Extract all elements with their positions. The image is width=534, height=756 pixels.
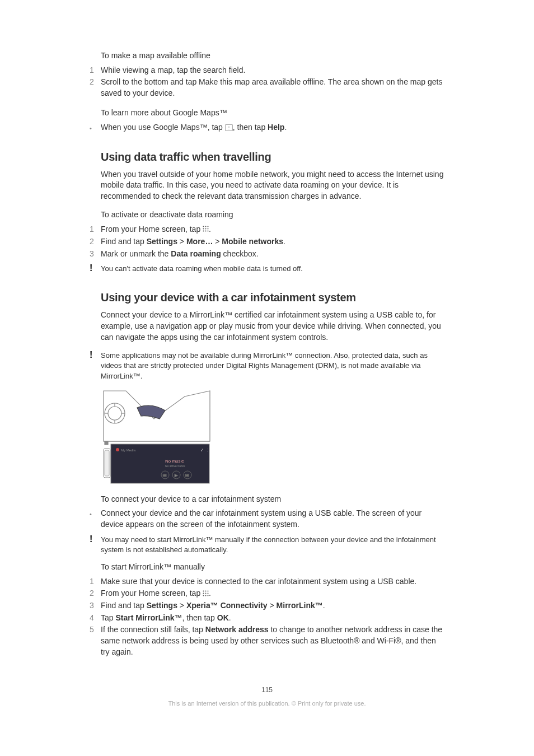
menu-icon: ⋮ bbox=[225, 124, 233, 131]
svg-point-6 bbox=[203, 231, 204, 232]
list-item: 1 Make sure that your device is connecte… bbox=[90, 576, 444, 587]
section-title: To learn more about Google Maps™ bbox=[101, 108, 444, 119]
step-number: 1 bbox=[90, 576, 101, 587]
apps-grid-icon bbox=[203, 224, 209, 235]
step-text: From your Home screen, tap . bbox=[101, 224, 444, 235]
bullet: • bbox=[90, 508, 101, 530]
list-item: 2 Find and tap Settings > More… > Mobile… bbox=[90, 236, 444, 248]
svg-point-7 bbox=[205, 231, 207, 232]
svg-point-4 bbox=[205, 228, 207, 230]
svg-point-1 bbox=[205, 226, 207, 227]
step-number: 1 bbox=[90, 65, 101, 76]
step-text: Tap Start MirrorLink™, then tap OK. bbox=[101, 613, 444, 624]
list-item: 2 From your Home screen, tap . bbox=[90, 588, 444, 599]
step-text: When you use Google Maps™, tap ⋮, then t… bbox=[101, 122, 444, 133]
warning-icon: ! bbox=[90, 264, 101, 274]
svg-point-32 bbox=[203, 590, 204, 591]
svg-text:⏮: ⏮ bbox=[163, 473, 167, 477]
note-text: You can't activate data roaming when mob… bbox=[101, 264, 444, 274]
list-item: 5 If the connection still fails, tap Net… bbox=[90, 624, 444, 657]
svg-point-0 bbox=[203, 226, 204, 227]
svg-point-38 bbox=[203, 595, 204, 596]
list-item: 4 Tap Start MirrorLink™, then tap OK. bbox=[90, 613, 444, 624]
car-infotainment-illustration: My Media ⤢ ⋮ No music No active tracks ⏮… bbox=[101, 388, 213, 486]
warning-icon: ! bbox=[90, 351, 101, 381]
svg-text:⋮: ⋮ bbox=[206, 448, 210, 452]
step-text: Make sure that your device is connected … bbox=[101, 576, 444, 587]
step-number: 2 bbox=[90, 77, 101, 99]
warning-icon: ! bbox=[90, 535, 101, 555]
step-number: 3 bbox=[90, 600, 101, 612]
svg-point-36 bbox=[205, 592, 207, 594]
footer-text: This is an Internet version of this publ… bbox=[90, 699, 444, 708]
section-title: To start MirrorLink™ manually bbox=[101, 562, 444, 573]
section-title: To connect your device to a car infotain… bbox=[101, 494, 444, 505]
note-text: You may need to start MirrorLink™ manual… bbox=[101, 535, 444, 555]
note: ! Some applications may not be available… bbox=[90, 351, 444, 381]
step-text: Find and tap Settings > Xperia™ Connecti… bbox=[101, 600, 444, 612]
step-text: Find and tap Settings > More… > Mobile n… bbox=[101, 236, 444, 248]
step-text: Scroll to the bottom and tap Make this m… bbox=[101, 77, 444, 99]
svg-point-10 bbox=[108, 407, 121, 420]
step-number: 5 bbox=[90, 624, 101, 657]
list-item: 1 From your Home screen, tap . bbox=[90, 224, 444, 235]
note: ! You may need to start MirrorLink™ manu… bbox=[90, 535, 444, 555]
list-item: • When you use Google Maps™, tap ⋮, then… bbox=[90, 122, 444, 133]
heading-car-infotainment: Using your device with a car infotainmen… bbox=[101, 290, 444, 305]
step-text: Connect your device and the car infotain… bbox=[101, 508, 444, 530]
svg-point-35 bbox=[203, 592, 204, 594]
list-item: 2 Scroll to the bottom and tap Make this… bbox=[90, 77, 444, 99]
step-number: 4 bbox=[90, 613, 101, 624]
paragraph: When you travel outside of your home mob… bbox=[101, 169, 444, 202]
heading-data-traffic: Using data traffic when travelling bbox=[101, 149, 444, 165]
step-text: From your Home screen, tap . bbox=[101, 588, 444, 599]
paragraph: Connect your device to a MirrorLink™ cer… bbox=[101, 310, 444, 343]
step-number: 2 bbox=[90, 588, 101, 599]
list-item: 3 Mark or unmark the Data roaming checkb… bbox=[90, 249, 444, 260]
note-text: Some applications may not be available d… bbox=[101, 351, 444, 381]
bullet: • bbox=[90, 122, 101, 133]
step-text: If the connection still fails, tap Netwo… bbox=[101, 624, 444, 657]
page-number: 115 bbox=[90, 685, 444, 695]
svg-point-20 bbox=[116, 448, 119, 451]
svg-point-3 bbox=[203, 228, 204, 230]
step-number: 3 bbox=[90, 249, 101, 260]
list-item: • Connect your device and the car infota… bbox=[90, 508, 444, 530]
section-title: To make a map available offline bbox=[101, 50, 444, 62]
step-number: 1 bbox=[90, 224, 101, 235]
svg-rect-19 bbox=[105, 450, 109, 476]
svg-text:⏭: ⏭ bbox=[185, 473, 189, 477]
section-title: To activate or deactivate data roaming bbox=[101, 209, 444, 221]
apps-grid-icon bbox=[203, 589, 209, 600]
list-item: 3 Find and tap Settings > Xperia™ Connec… bbox=[90, 600, 444, 612]
svg-text:No active tracks: No active tracks bbox=[165, 464, 185, 468]
step-text: Mark or unmark the Data roaming checkbox… bbox=[101, 249, 444, 260]
svg-rect-16 bbox=[105, 441, 108, 445]
step-text: While viewing a map, tap the search fiel… bbox=[101, 65, 444, 76]
svg-text:⤢: ⤢ bbox=[200, 448, 204, 452]
svg-text:No music: No music bbox=[165, 459, 184, 464]
svg-text:My Media: My Media bbox=[121, 449, 136, 452]
list-item: 1 While viewing a map, tap the search fi… bbox=[90, 65, 444, 76]
svg-point-33 bbox=[205, 590, 207, 591]
note: ! You can't activate data roaming when m… bbox=[90, 264, 444, 274]
step-number: 2 bbox=[90, 236, 101, 248]
svg-point-39 bbox=[205, 595, 207, 596]
